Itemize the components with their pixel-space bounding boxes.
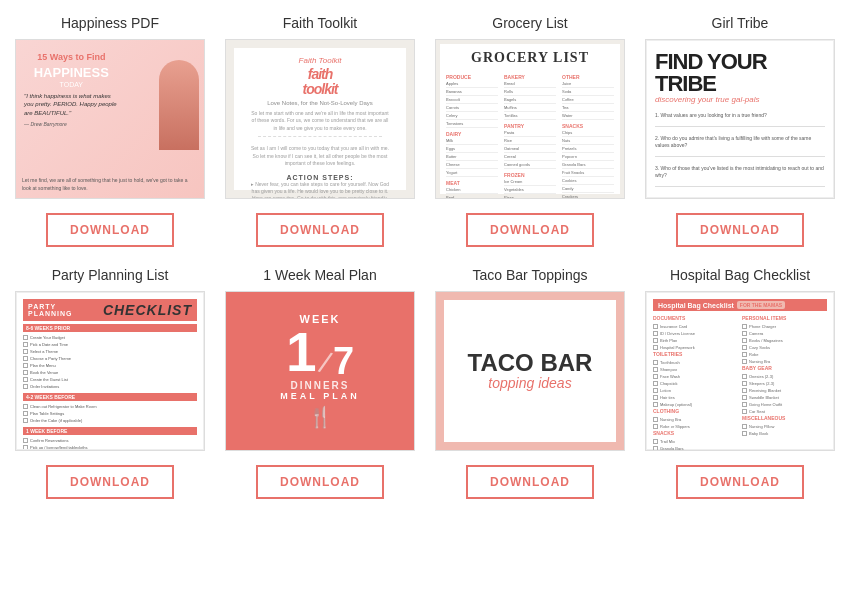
hospital-item: Phone Charger xyxy=(742,323,827,330)
download-party-button[interactable]: DOWNLOAD xyxy=(46,465,174,499)
happiness-line2: HAPPINESS xyxy=(24,66,119,79)
grocery-item: Carrots xyxy=(446,104,498,112)
faith-action-text: ▸ Never fear, you can take steps to care… xyxy=(250,181,390,199)
card-grocery-title: Grocery List xyxy=(492,15,567,31)
grocery-item: Pretzels xyxy=(562,145,614,153)
download-hospital-button[interactable]: DOWNLOAD xyxy=(676,465,804,499)
row2-grid: Party Planning List PARTY PLANNING check… xyxy=(15,267,835,499)
download-faith-button[interactable]: DOWNLOAD xyxy=(256,213,384,247)
card-faith: Faith Toolkit Faith Toolkit faithtoolkit… xyxy=(225,15,415,247)
grocery-item: Cookies xyxy=(562,177,614,185)
grocery-item: Tortillas xyxy=(504,112,556,120)
party-item: Clean out Refrigerator to Make Room xyxy=(23,403,197,410)
party-item: Plan the Menu xyxy=(23,362,197,369)
hospital-item: Shampoo xyxy=(653,366,738,373)
download-tribe-button[interactable]: DOWNLOAD xyxy=(676,213,804,247)
tribe-q3: 3. Who of those that you've listed is th… xyxy=(655,165,825,179)
hospital-item: Nursing Bra xyxy=(653,416,738,423)
card-tribe: Girl Tribe FIND YOUR TRIBE discovering y… xyxy=(645,15,835,247)
party-item: Pick a Date and Time xyxy=(23,341,197,348)
meal-slash: / xyxy=(315,346,334,381)
hospital-section-snacks: SNACKS xyxy=(653,430,738,436)
hospital-section-personal: PERSONAL ITEMS xyxy=(742,315,827,321)
faith-text1: So let me start with one and we're all i… xyxy=(250,110,390,133)
hospital-item: Trail Mix xyxy=(653,438,738,445)
hospital-item: Hair ties xyxy=(653,394,738,401)
download-grocery-button[interactable]: DOWNLOAD xyxy=(466,213,594,247)
party-item: Create the Guest List xyxy=(23,376,197,383)
grocery-item: Cheese xyxy=(446,161,498,169)
grocery-item: Pasta xyxy=(504,129,556,137)
happiness-author: — Drew Barrymore xyxy=(24,121,119,127)
grocery-item: Chips xyxy=(562,129,614,137)
card-taco-image: TACO BAR topping ideas xyxy=(435,291,625,451)
card-happiness-title: Happiness PDF xyxy=(61,15,159,31)
hospital-item: Baby Book xyxy=(742,430,827,437)
hospital-item: Hospital Paperwork xyxy=(653,344,738,351)
tribe-line1 xyxy=(655,126,825,127)
meal-7: 7 xyxy=(333,342,354,380)
hospital-section-clothing: CLOTHING xyxy=(653,408,738,414)
happiness-footer: Let me find, we are all of something tha… xyxy=(22,177,198,192)
meal-thumb: WEEK 1 / 7 DINNERS MEAL PLAN 🍴 xyxy=(226,292,414,450)
hospital-section-misc: MISCELLANEOUS xyxy=(742,415,827,421)
meal-number-row: 1 / 7 xyxy=(286,325,354,380)
hospital-item: Insurance Card xyxy=(653,323,738,330)
party-section3: 1 WEEK BEFORE xyxy=(23,427,197,435)
grocery-item: Oatmeal xyxy=(504,145,556,153)
meal-fork-icon: 🍴 xyxy=(308,405,333,429)
grocery-item: Milk xyxy=(446,137,498,145)
party-item: Plan Table Settings xyxy=(23,410,197,417)
card-party: Party Planning List PARTY PLANNING check… xyxy=(15,267,205,499)
meal-plan: MEAL PLAN xyxy=(280,391,359,401)
card-meal-image: WEEK 1 / 7 DINNERS MEAL PLAN 🍴 xyxy=(225,291,415,451)
tribe-sub: discovering your true gal-pals xyxy=(655,95,825,104)
hospital-item: Nursing Bra xyxy=(742,358,827,365)
taco-main: TACO BAR xyxy=(468,351,593,375)
grocery-item: Bagels xyxy=(504,96,556,104)
card-meal-title: 1 Week Meal Plan xyxy=(263,267,376,283)
grocery-item: Nuts xyxy=(562,137,614,145)
download-meal-button[interactable]: DOWNLOAD xyxy=(256,465,384,499)
grocery-item: Ice Cream xyxy=(504,178,556,186)
hospital-item: Camera xyxy=(742,330,827,337)
grocery-item: Butter xyxy=(446,153,498,161)
card-hospital: Hospital Bag Checklist Hospital Bag Chec… xyxy=(645,267,835,499)
faith-subtitle: Faith Toolkit xyxy=(299,56,342,65)
grocery-item: Tomatoes xyxy=(446,120,498,128)
hospital-item: Robe or Slippers xyxy=(653,423,738,430)
grocery-item: Chicken xyxy=(446,186,498,194)
card-hospital-title: Hospital Bag Checklist xyxy=(670,267,810,283)
hospital-item: Face Wash xyxy=(653,373,738,380)
happiness-line3: TODAY xyxy=(24,81,119,88)
happiness-line1: 15 Ways to Find xyxy=(24,52,119,63)
grocery-col3: OTHER Juice Soda Coffee Tea Water SNACKS… xyxy=(562,71,614,199)
tribe-q1: 1. What values are you looking for in a … xyxy=(655,112,825,119)
meal-1: 1 xyxy=(286,325,317,380)
grocery-item: Vegetables xyxy=(504,186,556,194)
card-taco: Taco Bar Toppings TACO BAR topping ideas… xyxy=(435,267,625,499)
grocery-item: Canned goods xyxy=(504,161,556,169)
grocery-cols: PRODUCE Apples Bananas Broccoli Carrots … xyxy=(446,71,614,199)
grocery-item: Eggs xyxy=(446,145,498,153)
grocery-item: Popcorn xyxy=(562,153,614,161)
card-grocery-image: GROCERY LIST PRODUCE Apples Bananas Broc… xyxy=(435,39,625,199)
download-happiness-button[interactable]: DOWNLOAD xyxy=(46,213,174,247)
tribe-line2 xyxy=(655,156,825,157)
party-item: Choose a Party Theme xyxy=(23,355,197,362)
meal-dinners: DINNERS xyxy=(290,380,349,391)
grocery-item: Juice xyxy=(562,80,614,88)
hospital-item: Car Seat xyxy=(742,408,827,415)
grocery-item: Bananas xyxy=(446,88,498,96)
card-happiness: Happiness PDF 15 Ways to Find HAPPINESS … xyxy=(15,15,205,247)
card-happiness-image: 15 Ways to Find HAPPINESS TODAY "I think… xyxy=(15,39,205,199)
grocery-item: Granola Bars xyxy=(562,161,614,169)
tribe-main: FIND YOUR TRIBE xyxy=(655,51,825,95)
grocery-item: Bread xyxy=(504,80,556,88)
party-header: PARTY PLANNING checklist xyxy=(23,299,197,321)
party-item: Pick up / borrow/lend tablecloths xyxy=(23,444,197,450)
card-faith-title: Faith Toolkit xyxy=(283,15,357,31)
grocery-col2: BAKERY Bread Rolls Bagels Muffins Tortil… xyxy=(504,71,556,199)
hospital-item: Birth Plan xyxy=(653,337,738,344)
download-taco-button[interactable]: DOWNLOAD xyxy=(466,465,594,499)
